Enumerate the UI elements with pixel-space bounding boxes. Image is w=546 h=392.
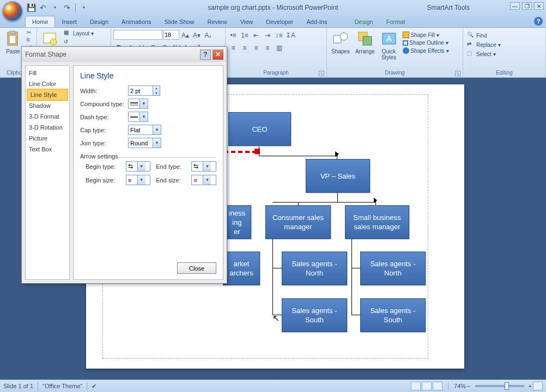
org-node-agents-south-2[interactable]: Sales agents - South	[360, 298, 426, 332]
tab-design[interactable]: Design	[83, 16, 115, 27]
spellcheck-icon[interactable]: ✔	[92, 383, 96, 390]
dashed-connector[interactable]	[224, 151, 257, 153]
tab-review[interactable]: Review	[201, 16, 234, 27]
shape-outline-button[interactable]: Shape Outline ▾	[401, 39, 451, 46]
nav-line-style[interactable]: Line Style	[27, 89, 68, 101]
arrange-button[interactable]: Arrange	[353, 29, 377, 56]
cut-icon[interactable]: ✂	[25, 29, 34, 36]
quick-styles-button[interactable]: AQuick Styles	[378, 29, 400, 62]
layout-button[interactable]: ▦Layout ▾	[62, 29, 95, 38]
nav-line-color[interactable]: Line Color	[26, 78, 69, 89]
window-controls: — ❐ ✕	[510, 2, 544, 10]
tab-animations[interactable]: Animations	[115, 16, 157, 27]
compound-type-dropdown[interactable]: ▼	[128, 99, 148, 109]
office-button[interactable]	[2, 1, 23, 22]
begin-type-dropdown[interactable]: ⇆▼	[126, 161, 151, 171]
shapes-button[interactable]: Shapes	[329, 29, 352, 56]
nav-shadow[interactable]: Shadow	[26, 100, 69, 111]
end-type-dropdown[interactable]: ⇆▼	[191, 161, 216, 171]
redo-icon[interactable]: ↷	[62, 3, 72, 13]
selection-handle[interactable]	[254, 149, 260, 154]
qat-dropdown-icon[interactable]: ▾	[50, 3, 60, 13]
tab-developer[interactable]: Developer	[259, 16, 300, 27]
align-right-icon[interactable]: ≡	[251, 42, 262, 53]
width-input[interactable]	[129, 86, 153, 95]
org-node-agents-south-1[interactable]: Sales agents - South	[282, 298, 347, 332]
font-size-combo[interactable]: 18	[163, 30, 179, 40]
shrink-font-icon[interactable]: A▾	[191, 30, 202, 41]
normal-view-button[interactable]	[411, 382, 421, 390]
nav-picture[interactable]: Picture	[26, 133, 69, 144]
sorter-view-button[interactable]	[422, 382, 432, 390]
org-node-vp[interactable]: VP – Sales	[306, 159, 370, 193]
dialog-close-x-button[interactable]: ✕	[213, 50, 223, 60]
join-type-dropdown[interactable]: Round▼	[128, 138, 161, 148]
paragraph-launcher-icon[interactable]: ↘	[319, 71, 324, 76]
find-button[interactable]: 🔍Find	[465, 31, 502, 40]
org-node-consumer[interactable]: Consumer sales manager	[265, 205, 331, 239]
tab-smartart-design[interactable]: Design	[348, 16, 379, 27]
svg-rect-1	[10, 31, 15, 34]
nav-text-box[interactable]: Text Box	[26, 144, 69, 155]
restore-button[interactable]: ❐	[522, 2, 532, 10]
columns-icon[interactable]: ▥	[274, 42, 284, 53]
zoom-in-button[interactable]: +	[529, 383, 532, 389]
align-center-icon[interactable]: ≡	[239, 42, 250, 53]
tab-insert[interactable]: Insert	[55, 16, 83, 27]
org-node-market[interactable]: arket archers	[223, 252, 260, 285]
tab-view[interactable]: View	[234, 16, 260, 27]
drawing-launcher-icon[interactable]: ↘	[455, 71, 460, 76]
help-icon[interactable]: ?	[534, 17, 543, 26]
text-direction-icon[interactable]: ↧A	[285, 30, 296, 41]
line-spacing-icon[interactable]: ↕≡	[274, 30, 284, 41]
bullets-icon[interactable]: •≡	[228, 30, 239, 41]
close-window-button[interactable]: ✕	[534, 2, 544, 10]
shape-effects-button[interactable]: Shape Effects ▾	[401, 47, 451, 54]
nav-3d-format[interactable]: 3-D Format	[26, 111, 69, 122]
org-node-agents-north-1[interactable]: Sales agents - North	[282, 252, 347, 285]
undo-icon[interactable]: ↶	[38, 3, 48, 13]
save-icon[interactable]: 💾	[26, 3, 36, 13]
replace-button[interactable]: ⇄Replace ▾	[465, 40, 502, 49]
decrease-indent-icon[interactable]: ⇤	[251, 30, 262, 41]
clear-format-icon[interactable]: Aₓ	[203, 30, 214, 41]
grow-font-icon[interactable]: A▴	[180, 30, 191, 41]
paste-button[interactable]: Paste	[2, 29, 24, 56]
dialog-close-button[interactable]: Close	[177, 262, 216, 274]
zoom-out-button[interactable]: −	[467, 383, 470, 389]
begin-size-dropdown[interactable]: ≡▼	[126, 175, 151, 185]
increase-indent-icon[interactable]: ⇥	[262, 30, 273, 41]
org-node-agents-north-2[interactable]: Sales agents - North	[360, 252, 426, 285]
justify-icon[interactable]: ≡	[262, 42, 273, 53]
tab-home[interactable]: Home	[25, 16, 55, 27]
font-name-combo[interactable]	[113, 30, 162, 40]
zoom-thumb[interactable]	[505, 382, 509, 390]
tab-slideshow[interactable]: Slide Show	[158, 16, 201, 27]
end-size-dropdown[interactable]: ≡▼	[191, 175, 216, 185]
fit-to-window-button[interactable]	[533, 382, 543, 390]
minimize-button[interactable]: —	[510, 2, 520, 10]
align-left-icon[interactable]: ≡	[228, 42, 239, 53]
spinner-down-icon[interactable]: ▼	[153, 91, 160, 96]
numbering-icon[interactable]: 1≡	[239, 30, 250, 41]
spinner-up-icon[interactable]: ▲	[153, 86, 160, 91]
org-node-ceo[interactable]: CEO	[228, 112, 291, 146]
select-button[interactable]: ⬚Select ▾	[465, 50, 502, 58]
width-spinner[interactable]: ▲▼	[128, 85, 160, 96]
qat-menu-icon[interactable]: ▾	[79, 3, 89, 13]
shape-fill-button[interactable]: Shape Fill ▾	[401, 31, 451, 39]
nav-fill[interactable]: Fill	[26, 68, 69, 78]
zoom-slider[interactable]	[475, 385, 524, 387]
copy-icon[interactable]: ⎘	[25, 36, 34, 44]
dash-type-dropdown[interactable]: ▼	[128, 112, 148, 122]
slideshow-view-button[interactable]	[433, 382, 442, 390]
reset-button[interactable]: ↺	[62, 38, 95, 47]
dialog-help-button[interactable]: ?	[200, 50, 211, 60]
dialog-titlebar[interactable]: Format Shape ? ✕	[22, 47, 227, 62]
zoom-value[interactable]: 74%	[454, 383, 466, 389]
tab-smartart-format[interactable]: Format	[380, 16, 412, 27]
org-node-small-biz[interactable]: Small business sales manager	[345, 205, 409, 239]
cap-type-dropdown[interactable]: Flat▼	[128, 125, 161, 135]
nav-3d-rotation[interactable]: 3-D Rotation	[26, 122, 69, 133]
tab-addins[interactable]: Add-Ins	[300, 16, 333, 27]
